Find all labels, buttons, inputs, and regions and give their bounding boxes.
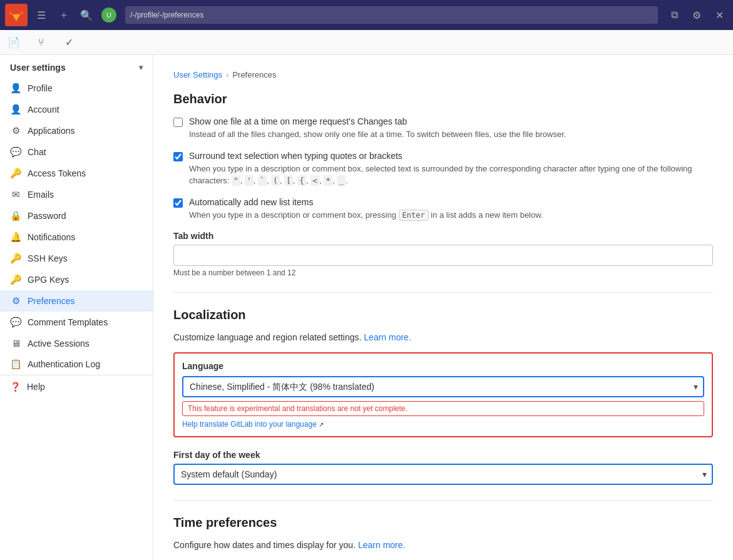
first-day-label: First day of the week: [173, 450, 713, 460]
applications-icon: ⚙: [10, 125, 21, 136]
language-warning: This feature is experimental and transla…: [182, 401, 704, 416]
checkbox-row-1: Show one file at a time on merge request…: [173, 116, 713, 141]
emails-icon: ✉: [10, 189, 21, 200]
external-link-icon: ↗: [319, 421, 324, 428]
breadcrumb-parent[interactable]: User Settings: [173, 70, 222, 79]
sidebar-item-active-sessions[interactable]: 🖥 Active Sessions: [0, 333, 153, 354]
account-icon: 👤: [10, 104, 21, 115]
checkbox-label-1[interactable]: Show one file at a time on merge request…: [189, 116, 407, 126]
sidebar: User settings ▾ 👤 Profile 👤 Account ⚙ Ap…: [0, 55, 153, 560]
top-bar: ☰ ＋ 🔍 U /-/profile/-/preferences ⧉ ⚙ ✕: [0, 0, 733, 30]
section-divider-2: [173, 500, 713, 501]
time-pref-title: Time preferences: [173, 516, 713, 530]
checkbox-surround-text[interactable]: [173, 152, 183, 161]
sidebar-item-chat[interactable]: 💬 Chat: [0, 141, 153, 163]
checkbox-desc-3: When you type in a description or commen…: [189, 209, 543, 221]
page-icon[interactable]: 📄: [5, 34, 23, 51]
sidebar-label-notifications: Notifications: [28, 232, 75, 242]
checkbox-row-3: Automatically add new list items When yo…: [173, 197, 713, 221]
sidebar-item-authentication-log[interactable]: 📋 Authentication Log: [0, 354, 153, 375]
help-icon: ❓: [10, 382, 21, 392]
sidebar-item-applications[interactable]: ⚙ Applications: [0, 120, 153, 141]
sidebar-help[interactable]: ❓ Help: [0, 375, 153, 398]
language-translate-link-wrap: Help translate GitLab into your language…: [182, 420, 704, 429]
sub-toolbar: 📄 ⑂ ✓: [0, 30, 733, 55]
language-select[interactable]: Chinese, Simplified - 简体中文 (98% translat…: [182, 376, 704, 397]
sidebar-label-account: Account: [28, 104, 59, 115]
language-box: Language Chinese, Simplified - 简体中文 (98%…: [173, 352, 713, 437]
sidebar-label-gpg-keys: GPG Keys: [28, 275, 69, 285]
time-pref-learn-more-link[interactable]: Learn more.: [358, 540, 405, 550]
sidebar-item-password[interactable]: 🔒 Password: [0, 205, 153, 227]
language-select-wrapper: Chinese, Simplified - 简体中文 (98% translat…: [182, 376, 704, 397]
help-label: Help: [27, 382, 45, 392]
sidebar-label-access-tokens: Access Tokens: [28, 168, 86, 178]
check-icon[interactable]: ✓: [60, 34, 78, 51]
extensions-icon[interactable]: ⧉: [665, 6, 683, 24]
sidebar-label-active-sessions: Active Sessions: [28, 339, 90, 349]
sidebar-label-applications: Applications: [28, 126, 75, 136]
gitlab-logo[interactable]: [5, 4, 28, 26]
ssh-keys-icon: 🔑: [10, 253, 21, 264]
sidebar-item-account[interactable]: 👤 Account: [0, 99, 153, 120]
sidebar-label-authentication-log: Authentication Log: [28, 359, 100, 369]
checkbox-desc-2: When you type in a description or commen…: [189, 163, 713, 187]
checkbox-desc-1: Instead of all the files changed, show o…: [189, 128, 566, 141]
breadcrumb-separator: ›: [226, 70, 228, 79]
checkbox-label-2[interactable]: Surround text selection when typing quot…: [189, 151, 402, 161]
authentication-log-icon: 📋: [10, 359, 21, 370]
sidebar-label-password: Password: [28, 211, 66, 221]
sidebar-item-profile[interactable]: 👤 Profile: [0, 78, 153, 99]
time-pref-desc: Configure how dates and times display fo…: [173, 540, 713, 550]
first-day-select[interactable]: System default (Sunday) Sunday Monday Sa…: [173, 464, 713, 485]
close-tab-icon[interactable]: ✕: [710, 6, 728, 24]
breadcrumb-current: Preferences: [232, 70, 276, 79]
language-translate-link[interactable]: Help translate GitLab into your language: [182, 420, 317, 429]
new-item-icon[interactable]: ＋: [55, 6, 73, 24]
sidebar-item-preferences[interactable]: ⚙ Preferences: [0, 290, 153, 312]
section-divider-1: [173, 292, 713, 293]
url-bar: /-/profile/-/preferences: [125, 6, 658, 24]
localization-desc: Customize language and region related se…: [173, 332, 713, 342]
checkbox-row-2: Surround text selection when typing quot…: [173, 151, 713, 187]
checkbox-label-3[interactable]: Automatically add new list items: [189, 197, 313, 207]
profile-icon: 👤: [10, 83, 21, 94]
sidebar-toggle-icon[interactable]: ☰: [33, 6, 50, 24]
first-day-select-wrapper: System default (Sunday) Sunday Monday Sa…: [173, 464, 713, 485]
tab-width-hint: Must be a number between 1 and 12: [173, 268, 713, 277]
preferences-icon: ⚙: [10, 295, 21, 307]
active-sessions-icon: 🖥: [10, 338, 21, 349]
checkbox-show-one-file[interactable]: [173, 118, 183, 127]
sidebar-label-chat: Chat: [28, 147, 46, 157]
behavior-title: Behavior: [173, 92, 713, 106]
sidebar-label-emails: Emails: [28, 190, 54, 200]
localization-title: Localization: [173, 308, 713, 322]
settings-nav-icon[interactable]: ⚙: [688, 6, 705, 24]
sidebar-label-profile: Profile: [28, 83, 53, 93]
tab-width-label: Tab width: [173, 231, 713, 241]
avatar-nav-icon[interactable]: U: [100, 6, 118, 24]
chat-icon: 💬: [10, 146, 21, 158]
sidebar-item-gpg-keys[interactable]: 🔑 GPG Keys: [0, 269, 153, 290]
merge-icon[interactable]: ⑂: [33, 34, 50, 51]
tab-width-input[interactable]: 8: [173, 245, 713, 266]
sidebar-item-comment-templates[interactable]: 💬 Comment Templates: [0, 312, 153, 333]
sidebar-item-emails[interactable]: ✉ Emails: [0, 184, 153, 205]
checkbox-auto-list[interactable]: [173, 198, 183, 208]
search-icon[interactable]: 🔍: [78, 6, 95, 24]
main-content: User Settings › Preferences Behavior Sho…: [153, 55, 733, 560]
sidebar-item-notifications[interactable]: 🔔 Notifications: [0, 227, 153, 248]
sidebar-section-header[interactable]: User settings ▾: [0, 55, 153, 78]
access-tokens-icon: 🔑: [10, 168, 21, 179]
notifications-icon: 🔔: [10, 232, 21, 243]
gpg-keys-icon: 🔑: [10, 274, 21, 285]
first-day-section: First day of the week System default (Su…: [173, 450, 713, 485]
sidebar-item-access-tokens[interactable]: 🔑 Access Tokens: [0, 163, 153, 184]
sidebar-item-ssh-keys[interactable]: 🔑 SSH Keys: [0, 248, 153, 269]
password-icon: 🔒: [10, 210, 21, 221]
comment-templates-icon: 💬: [10, 317, 21, 328]
sidebar-label-preferences: Preferences: [28, 296, 74, 306]
localization-learn-more-link[interactable]: Learn more.: [364, 332, 411, 342]
sidebar-section-label: User settings: [10, 63, 66, 73]
breadcrumb: User Settings › Preferences: [173, 70, 713, 79]
